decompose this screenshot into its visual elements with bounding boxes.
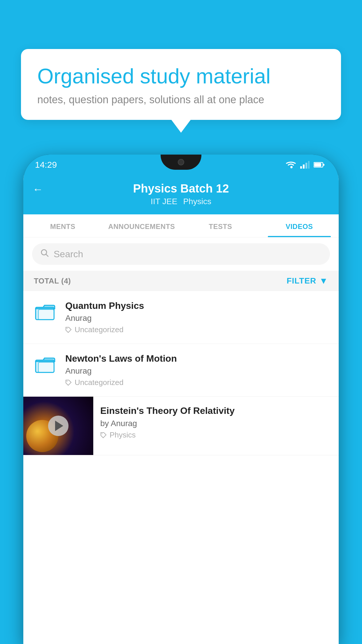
video-info: Newton's Laws of Motion Anurag Uncategor… <box>65 353 330 387</box>
filter-row: TOTAL (4) FILTER ▼ <box>23 271 339 291</box>
list-item[interactable]: Einstein's Theory Of Relativity by Anura… <box>23 397 339 455</box>
video-tag: Uncategorized <box>65 378 330 387</box>
tabs-bar: MENTS ANNOUNCEMENTS TESTS VIDEOS <box>23 214 339 237</box>
video-title: Einstein's Theory Of Relativity <box>100 405 333 416</box>
svg-point-17 <box>102 433 103 434</box>
phone-frame: 14:29 ← <box>23 155 339 644</box>
total-count: TOTAL (4) <box>34 276 71 286</box>
tab-tests[interactable]: TESTS <box>181 214 260 237</box>
phone-screen: ← Physics Batch 12 IIT JEE Physics MENTS… <box>23 175 339 644</box>
svg-rect-5 <box>323 164 324 166</box>
tab-videos[interactable]: VIDEOS <box>260 214 339 237</box>
bubble-subtitle: notes, question papers, solutions all at… <box>37 94 325 106</box>
play-triangle-icon <box>55 421 63 431</box>
folder-icon-wrap <box>32 354 58 375</box>
status-time: 14:29 <box>35 160 57 170</box>
folder-icon <box>35 354 55 375</box>
filter-icon: ▼ <box>319 276 328 286</box>
video-tag: Uncategorized <box>65 325 330 334</box>
svg-point-16 <box>67 381 68 382</box>
svg-rect-1 <box>303 164 305 169</box>
video-title: Newton's Laws of Motion <box>65 353 330 364</box>
video-thumbnail <box>23 397 93 455</box>
video-tag: Physics <box>100 430 333 440</box>
svg-rect-2 <box>305 163 307 169</box>
signal-icon <box>300 161 310 169</box>
tag-icon <box>65 327 72 333</box>
video-author: by Anurag <box>100 419 333 428</box>
bubble-title: Organised study material <box>37 64 325 88</box>
svg-rect-3 <box>308 161 310 169</box>
svg-rect-0 <box>300 166 302 169</box>
video-info: Quantum Physics Anurag Uncategorized <box>65 300 330 334</box>
video-info: Einstein's Theory Of Relativity by Anura… <box>93 397 339 445</box>
tab-ments[interactable]: MENTS <box>23 214 102 237</box>
search-placeholder: Search <box>54 249 83 260</box>
search-bar[interactable]: Search <box>32 243 330 265</box>
video-author: Anurag <box>65 314 330 323</box>
camera <box>178 159 184 165</box>
video-author: Anurag <box>65 366 330 376</box>
tab-announcements[interactable]: ANNOUNCEMENTS <box>102 214 181 237</box>
tag-icon <box>65 379 72 386</box>
list-item[interactable]: Quantum Physics Anurag Uncategorized <box>23 291 339 344</box>
svg-rect-6 <box>314 163 321 167</box>
svg-line-8 <box>46 254 48 256</box>
search-container: Search <box>23 237 339 271</box>
filter-button[interactable]: FILTER ▼ <box>287 276 328 286</box>
app-header: ← Physics Batch 12 IIT JEE Physics <box>23 175 339 214</box>
speech-bubble: Organised study material notes, question… <box>21 49 341 120</box>
notch <box>161 155 201 170</box>
battery-icon <box>314 162 325 168</box>
header-title: Physics Batch 12 <box>133 182 229 195</box>
list-item[interactable]: Newton's Laws of Motion Anurag Uncategor… <box>23 344 339 397</box>
video-list: Quantum Physics Anurag Uncategorized <box>23 291 339 455</box>
folder-icon <box>35 302 55 322</box>
svg-point-12 <box>67 328 68 329</box>
status-icons <box>286 161 325 169</box>
svg-rect-15 <box>38 362 54 372</box>
tag-icon <box>100 432 107 438</box>
status-bar: 14:29 <box>23 155 339 175</box>
header-subtitle-left: IIT JEE <box>151 197 177 206</box>
play-button[interactable] <box>48 416 68 436</box>
folder-icon-wrap <box>32 302 58 322</box>
header-subtitle: IIT JEE Physics <box>151 197 211 206</box>
search-icon <box>40 249 49 260</box>
video-title: Quantum Physics <box>65 300 330 311</box>
svg-rect-11 <box>38 309 54 320</box>
wifi-icon <box>286 161 296 169</box>
back-button[interactable]: ← <box>33 183 43 195</box>
header-subtitle-right: Physics <box>183 197 211 206</box>
